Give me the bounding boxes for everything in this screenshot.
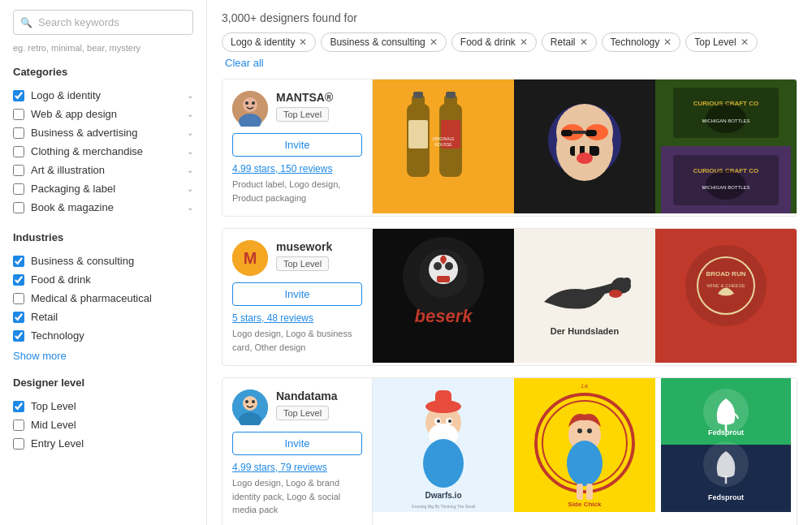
rating-mantsa: 4.99 stars, 150 reviews xyxy=(232,163,362,174)
rating-nandatama: 4.99 stars, 79 reviews xyxy=(232,462,362,473)
portfolio-img-1-nandatama: Dwarfs.io Growing Big By Thinking The Sm… xyxy=(373,378,514,512)
svg-text:Fedsprout: Fedsprout xyxy=(708,493,744,501)
portfolio-img-3-nandatama: Fedsprout Fedsprout xyxy=(655,378,797,512)
portfolio-img-2-musework: Der Hundsladen xyxy=(514,229,655,363)
search-hint: eg. retro, minimal, bear, mystery xyxy=(13,43,193,53)
filter-mid-level[interactable]: Mid Level xyxy=(13,415,193,434)
checkbox-business-consulting[interactable] xyxy=(13,256,24,267)
svg-text:MICHIGAN BOTTLES: MICHIGAN BOTTLES xyxy=(702,185,749,190)
checkbox-top-level[interactable] xyxy=(13,401,24,412)
checkbox-medical[interactable] xyxy=(13,293,24,304)
remove-tag-retail[interactable]: ✕ xyxy=(580,37,588,48)
remove-tag-food[interactable]: ✕ xyxy=(520,37,528,48)
label-book: Book & magazine xyxy=(31,201,114,213)
svg-point-51 xyxy=(623,278,631,286)
specialties-nandatama: Logo design, Logo & brand identity pack,… xyxy=(232,476,362,517)
main-content: 3,000+ designers found for Logo & identi… xyxy=(207,0,812,525)
checkbox-mid-level[interactable] xyxy=(13,420,24,431)
tag-technology[interactable]: Technology ✕ xyxy=(602,32,681,52)
checkbox-book[interactable] xyxy=(13,202,24,213)
clear-all-button[interactable]: Clear all xyxy=(225,57,264,69)
remove-tag-logo[interactable]: ✕ xyxy=(299,37,307,48)
checkbox-food-drink[interactable] xyxy=(13,274,24,286)
filter-clothing[interactable]: Clothing & merchandise ⌄ xyxy=(13,142,193,161)
tag-business-consulting[interactable]: Business & consulting ✕ xyxy=(321,32,446,52)
industries-title: Industries xyxy=(13,231,193,243)
card-header-musework: M musework Top Level xyxy=(232,240,362,276)
portfolio-img-2-nandatama: La Side Chick xyxy=(514,378,655,512)
checkbox-clothing[interactable] xyxy=(13,146,24,157)
checkbox-business-advertising[interactable] xyxy=(13,127,24,139)
label-packaging: Packaging & label xyxy=(31,183,115,195)
svg-text:La: La xyxy=(581,383,588,389)
svg-point-81 xyxy=(587,428,592,433)
filter-entry-level[interactable]: Entry Level xyxy=(13,434,193,453)
checkbox-art[interactable] xyxy=(13,165,24,176)
filter-book[interactable]: Book & magazine ⌄ xyxy=(13,198,193,217)
avatar-nandatama xyxy=(232,389,268,425)
svg-point-3 xyxy=(245,101,248,105)
checkbox-retail[interactable] xyxy=(13,312,24,323)
label-mid-level: Mid Level xyxy=(31,419,76,431)
svg-point-52 xyxy=(609,290,622,298)
label-technology: Technology xyxy=(31,329,84,342)
tag-retail[interactable]: Retail ✕ xyxy=(542,32,597,52)
invite-musework[interactable]: Invite xyxy=(232,282,362,306)
card-header-mantsa: MANTSA® Top Level xyxy=(232,91,362,127)
tag-logo-identity[interactable]: Logo & identity ✕ xyxy=(222,32,316,52)
remove-tag-tech[interactable]: ✕ xyxy=(663,37,672,48)
svg-text:ORIGINALE: ORIGINALE xyxy=(432,136,455,141)
tag-food-drink[interactable]: Food & drink ✕ xyxy=(451,32,537,52)
svg-point-1 xyxy=(243,97,257,112)
svg-rect-83 xyxy=(577,484,583,500)
invite-nandatama[interactable]: Invite xyxy=(232,432,362,455)
invite-mantsa[interactable]: Invite xyxy=(232,133,362,157)
svg-text:Fedsprout: Fedsprout xyxy=(708,428,744,437)
chevron-web-app: ⌄ xyxy=(187,110,193,118)
portfolio-img-3-mantsa: CURIOUS CRAFT CO MICHIGAN BOTTLES CURIOU… xyxy=(655,80,797,213)
card-info-mantsa: MANTSA® Top Level Invite 4.99 stars, 150… xyxy=(222,80,373,216)
checkbox-entry-level[interactable] xyxy=(13,438,24,450)
name-mantsa: MANTSA® xyxy=(276,91,333,104)
filter-food-drink[interactable]: Food & drink xyxy=(13,270,193,289)
svg-text:MICHIGAN BOTTLES: MICHIGAN BOTTLES xyxy=(702,118,749,123)
portfolio-img-1-musework: beserk xyxy=(373,229,514,363)
filter-retail[interactable]: Retail xyxy=(13,308,193,326)
checkbox-logo-identity[interactable] xyxy=(13,90,24,101)
svg-rect-48 xyxy=(437,276,450,282)
search-input[interactable] xyxy=(13,10,193,35)
show-more-industries[interactable]: Show more xyxy=(13,350,193,362)
filter-top-level[interactable]: Top Level xyxy=(13,397,193,415)
checkbox-web-app[interactable] xyxy=(13,109,24,120)
rating-link-musework[interactable]: 5 stars, 48 reviews xyxy=(232,312,313,324)
designer-level-title: Designer level xyxy=(13,377,193,389)
svg-rect-24 xyxy=(572,131,585,134)
filter-packaging[interactable]: Packaging & label ⌄ xyxy=(13,179,193,198)
checkbox-packaging[interactable] xyxy=(13,183,24,195)
filter-web-app[interactable]: Web & app design ⌄ xyxy=(13,105,193,123)
remove-tag-top[interactable]: ✕ xyxy=(741,37,749,48)
remove-tag-business[interactable]: ✕ xyxy=(430,37,438,48)
filter-business-consulting[interactable]: Business & consulting xyxy=(13,252,193,270)
filter-medical[interactable]: Medical & pharmaceutical xyxy=(13,289,193,308)
filter-logo-identity[interactable]: Logo & identity ⌄ xyxy=(13,86,193,105)
rating-link-nandatama[interactable]: 4.99 stars, 79 reviews xyxy=(232,462,327,473)
tag-top-level[interactable]: Top Level ✕ xyxy=(685,32,757,52)
rating-link-mantsa[interactable]: 4.99 stars, 150 reviews xyxy=(232,163,332,174)
filter-technology[interactable]: Technology xyxy=(13,326,193,345)
chevron-logo-identity: ⌄ xyxy=(187,91,193,100)
rating-musework: 5 stars, 48 reviews xyxy=(232,312,362,324)
checkbox-technology[interactable] xyxy=(13,330,24,342)
filter-art[interactable]: Art & illustration ⌄ xyxy=(13,161,193,179)
filter-business-advertising[interactable]: Business & advertising ⌄ xyxy=(13,123,193,142)
name-musework: musework xyxy=(276,240,332,253)
portfolio-img-3-musework: BROAD RUN WINE & CHEESE xyxy=(655,229,797,363)
svg-point-82 xyxy=(567,441,603,486)
svg-text:Dwarfs.io: Dwarfs.io xyxy=(425,491,461,500)
categories-title: Categories xyxy=(13,66,193,78)
card-info-nandatama: Nandatama Top Level Invite 4.99 stars, 7… xyxy=(222,378,373,525)
label-entry-level: Entry Level xyxy=(31,437,84,450)
designer-level-section: Designer level Top Level Mid Level Entry… xyxy=(13,377,193,453)
industries-section: Industries Business & consulting Food & … xyxy=(13,231,193,362)
sidebar: 🔍 eg. retro, minimal, bear, mystery Cate… xyxy=(0,0,207,525)
